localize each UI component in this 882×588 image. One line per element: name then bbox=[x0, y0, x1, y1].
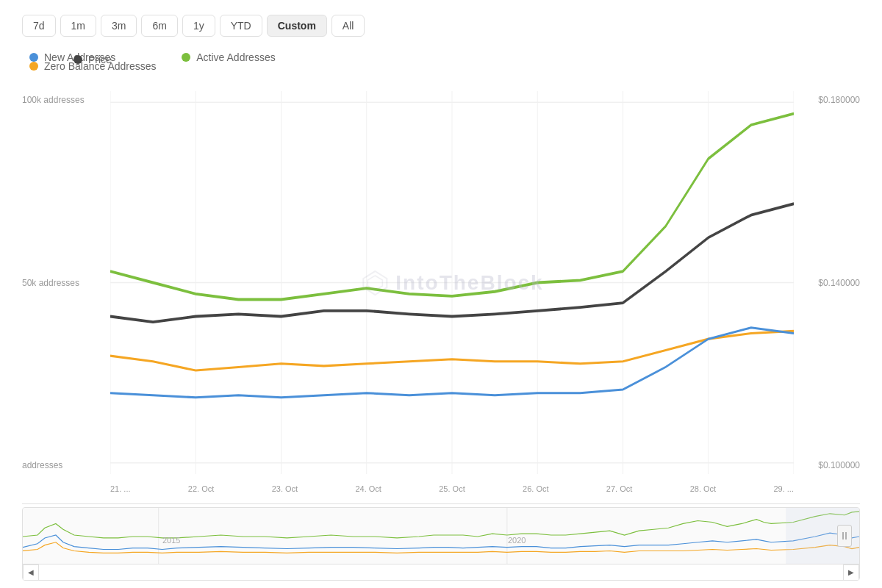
x-label-0: 21. ... bbox=[110, 484, 131, 493]
svg-rect-14 bbox=[23, 508, 859, 564]
btn-ytd[interactable]: YTD bbox=[220, 15, 262, 37]
x-label-1: 22. Oct bbox=[188, 484, 214, 493]
y-label-100k: 100k addresses bbox=[22, 95, 110, 105]
mini-chart-svg bbox=[23, 508, 859, 564]
mini-chart-container: 2015 2020 ◀ ▶ bbox=[22, 507, 860, 581]
y-axis-left: 100k addresses 50k addresses addresses bbox=[22, 91, 110, 474]
nav-left-arrow[interactable]: ◀ bbox=[23, 564, 39, 581]
mini-chart-handle[interactable] bbox=[837, 525, 852, 547]
x-label-7: 28. Oct bbox=[690, 484, 716, 493]
btn-3m[interactable]: 3m bbox=[101, 15, 137, 37]
x-label-8: 29. ... bbox=[773, 484, 794, 493]
btn-1y[interactable]: 1y bbox=[182, 15, 215, 37]
mini-chart-inner: 2015 2020 bbox=[23, 508, 859, 564]
mini-year-2020: 2020 bbox=[508, 536, 526, 545]
mini-nav-arrows: ◀ ▶ bbox=[23, 564, 859, 580]
btn-all[interactable]: All bbox=[331, 15, 365, 37]
y-label-0.10: $0.100000 bbox=[794, 460, 860, 470]
y-label-0.18: $0.180000 bbox=[794, 95, 860, 105]
main-container: 7d 1m 3m 6m 1y YTD Custom All New Addres… bbox=[0, 0, 882, 588]
chart-wrapper: 100k addresses 50k addresses addresses $… bbox=[22, 91, 860, 581]
chart-svg-container: IntoTheBlock bbox=[110, 91, 794, 474]
handle-grip-icon bbox=[840, 530, 849, 542]
btn-1m[interactable]: 1m bbox=[60, 15, 96, 37]
btn-6m[interactable]: 6m bbox=[141, 15, 177, 37]
legend-label-price: Price bbox=[88, 54, 112, 65]
chart-svg bbox=[110, 91, 794, 474]
legend-dot-zero bbox=[29, 62, 38, 71]
y-label-50k: 50k addresses bbox=[22, 278, 110, 288]
legend-zero-balance[interactable]: Zero Balance Addresses bbox=[29, 60, 860, 72]
chart-legend: New Addresses Active Addresses Zero Bala… bbox=[22, 51, 860, 76]
btn-7d[interactable]: 7d bbox=[22, 15, 56, 37]
x-label-3: 24. Oct bbox=[355, 484, 381, 493]
y-label-0.14: $0.140000 bbox=[794, 278, 860, 288]
y-axis-right: $0.180000 $0.140000 $0.100000 bbox=[794, 91, 860, 474]
x-label-4: 25. Oct bbox=[439, 484, 465, 493]
x-axis: 21. ... 22. Oct 23. Oct 24. Oct 25. Oct … bbox=[110, 474, 794, 503]
main-chart: 100k addresses 50k addresses addresses $… bbox=[22, 91, 860, 504]
y-label-addr: addresses bbox=[22, 460, 110, 470]
mini-year-2015: 2015 bbox=[162, 536, 180, 545]
btn-custom[interactable]: Custom bbox=[267, 15, 327, 37]
legend-dot-price bbox=[74, 55, 82, 64]
x-label-2: 23. Oct bbox=[272, 484, 298, 493]
legend-price[interactable]: Price bbox=[74, 43, 112, 76]
time-range-bar: 7d 1m 3m 6m 1y YTD Custom All bbox=[22, 15, 860, 37]
x-label-5: 26. Oct bbox=[523, 484, 548, 493]
x-label-6: 27. Oct bbox=[606, 484, 632, 493]
nav-right-arrow[interactable]: ▶ bbox=[843, 564, 859, 581]
